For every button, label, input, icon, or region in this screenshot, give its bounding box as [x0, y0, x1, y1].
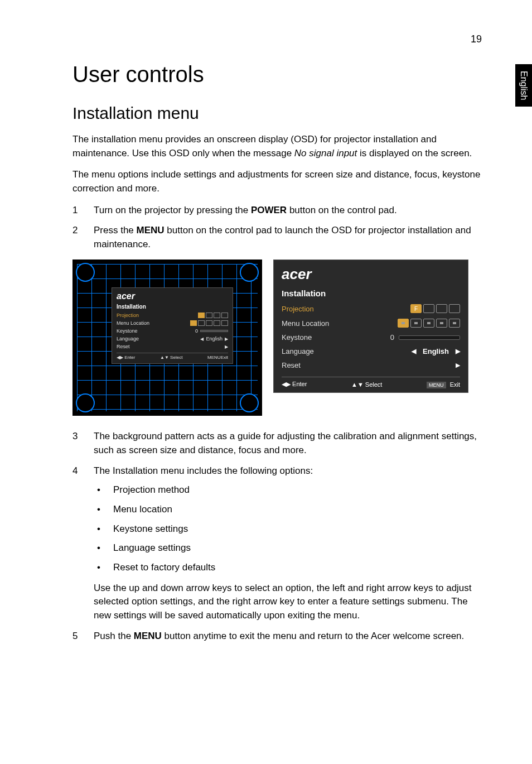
step1-b: button on the control pad. [287, 205, 397, 215]
grid-corner-icon [76, 263, 95, 282]
bullet-dot-icon: • [94, 503, 113, 517]
step1-a: Turn on the projector by pressing the [94, 205, 251, 215]
osd-brand: acer [282, 266, 460, 283]
projection-icon: F [410, 304, 422, 313]
language-value: English [423, 347, 449, 355]
osd-row-language: Language ◀ English ▶ [282, 344, 460, 358]
projection-icons: F [410, 304, 460, 313]
location-icon [190, 320, 197, 326]
osd-label: Language [117, 336, 139, 342]
projection-icon [423, 304, 434, 313]
intro-text-b: is displayed on the screen. [357, 148, 472, 158]
osd-label: Reset [282, 361, 301, 369]
step-content: Turn on the projector by pressing the PO… [94, 204, 482, 218]
heading-main: User controls [72, 62, 482, 87]
osd-select-hint: ▲▼ Select [351, 381, 382, 388]
steps-list: 1 Turn on the projector by pressing the … [72, 204, 482, 252]
osd-row-menu-location: Menu Location [282, 316, 460, 330]
exit-label: Exit [450, 381, 460, 388]
step-content: The background pattern acts as a guide f… [94, 430, 482, 457]
keystone-slider-row: 0 [390, 333, 460, 342]
bullet-text: Menu location [113, 503, 172, 517]
intro-paragraph-2: The menu options include settings and ad… [72, 168, 482, 195]
menu-location-icons [190, 320, 228, 326]
intro-paragraph-1: The installation menu provides an onscre… [72, 133, 482, 160]
osd-label: Keystone [282, 333, 312, 342]
osd-bottom-bar: ◀▶ Enter ▲▼ Select MENU Exit [282, 377, 460, 388]
right-arrow-icon: ▶ [225, 337, 228, 342]
bullet-dot-icon: • [94, 522, 113, 536]
language-selector: ◀ English ▶ [412, 347, 460, 355]
projection-icon [221, 313, 228, 318]
osd-row-reset: Reset ▶ [117, 343, 228, 350]
intro-italic: No signal input [294, 148, 357, 158]
language-tab: English [515, 64, 532, 107]
menu-label: MENU [207, 355, 221, 360]
projection-icon: F [198, 313, 205, 318]
location-icon [423, 319, 434, 328]
osd-enter-hint: ◀▶ Enter [282, 381, 307, 388]
step2-bold: MENU [137, 225, 165, 236]
osd-row-keystone: Keystone 0 [282, 330, 460, 344]
step4-intro: The Installation menu includes the follo… [94, 465, 313, 476]
right-arrow-icon: ▶ [225, 344, 228, 349]
step-number: 4 [72, 464, 94, 623]
step-number: 5 [72, 630, 94, 643]
language-selector: ◀ English ▶ [200, 336, 228, 342]
large-osd-screenshot: acer Installation Projection F Menu Loca… [273, 260, 468, 393]
location-icon [214, 320, 220, 326]
bullet-item: •Reset to factory defaults [94, 561, 482, 575]
osd-row-language: Language ◀ English ▶ [117, 335, 228, 343]
osd-label: Menu Location [282, 319, 329, 328]
step1-bold: POWER [251, 205, 287, 215]
step-3: 3 The background pattern acts as a guide… [72, 430, 482, 457]
left-arrow-icon: ◀ [412, 348, 416, 355]
step5-a: Push the [94, 631, 134, 641]
menu-label: MENU [427, 382, 446, 388]
osd-label: Projection [282, 305, 314, 313]
language-value: English [206, 336, 223, 342]
location-icon [221, 320, 228, 326]
step-content: Push the MENU button anytime to exit the… [94, 630, 482, 643]
grid-pattern: acer Installation Projection F Menu Loca… [77, 264, 258, 411]
keystone-value: 0 [195, 328, 198, 334]
bullet-item: •Language settings [94, 541, 482, 555]
osd-enter-hint: ◀▶ Enter [117, 355, 135, 360]
right-arrow-icon: ▶ [456, 362, 460, 369]
osd-title: Installation [117, 304, 228, 310]
right-arrow-icon: ▶ [456, 348, 460, 355]
exit-label: Exit [221, 355, 228, 360]
keystone-value: 0 [390, 333, 394, 342]
step-4: 4 The Installation menu includes the fol… [72, 464, 482, 623]
menu-location-icons [398, 319, 460, 328]
location-icon [436, 319, 447, 328]
location-icon [449, 319, 460, 328]
bullet-item: •Menu location [94, 503, 482, 517]
step2-a: Press the [94, 225, 137, 236]
osd-label: Reset [117, 344, 130, 349]
step-number: 3 [72, 430, 94, 457]
osd-menu-exit: MENU Exit [427, 381, 460, 388]
step-1: 1 Turn on the projector by pressing the … [72, 204, 482, 218]
osd-label: Language [282, 347, 314, 355]
grid-corner-icon [76, 393, 95, 412]
location-icon [398, 319, 409, 328]
step-number: 2 [72, 224, 94, 251]
osd-bottom-bar: ◀▶ Enter ▲▼ Select MENUExit [117, 353, 228, 360]
projection-icon [436, 304, 447, 313]
osd-label: Keystone [117, 328, 138, 334]
grid-corner-icon [240, 393, 259, 412]
osd-select-hint: ▲▼ Select [160, 355, 182, 360]
projection-icon [206, 313, 212, 318]
bullet-dot-icon: • [94, 541, 113, 555]
osd-row-projection: Projection F [117, 311, 228, 319]
location-icon [198, 320, 205, 326]
step-5: 5 Push the MENU button anytime to exit t… [72, 630, 482, 643]
grid-corner-icon [240, 263, 259, 282]
osd-row-reset: Reset ▶ [282, 358, 460, 372]
location-icon [410, 319, 422, 328]
projection-icon [214, 313, 220, 318]
osd-menu-exit: MENUExit [207, 355, 228, 360]
step5-b: button anytime to exit the menu and retu… [162, 631, 464, 641]
heading-section: Installation menu [72, 104, 482, 123]
